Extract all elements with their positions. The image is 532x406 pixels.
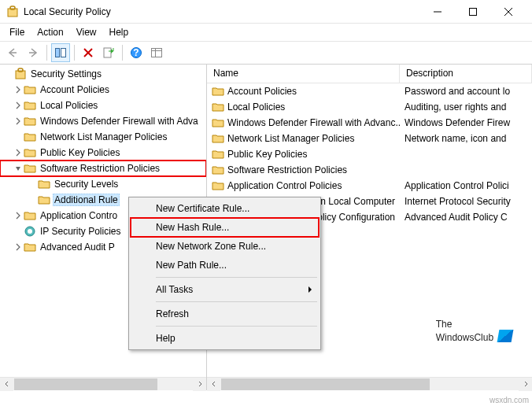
back-button[interactable]: [3, 43, 22, 62]
col-header-desc[interactable]: Description: [400, 65, 532, 83]
list-cell-name: Software Restriction Policies: [207, 164, 400, 176]
folder-icon: [24, 162, 36, 175]
tree-hscroll[interactable]: [0, 377, 206, 390]
list-cell-desc: Internet Protocol Security: [400, 196, 532, 207]
windowsclub-logo-icon: [497, 330, 514, 342]
expander-icon[interactable]: [27, 179, 38, 190]
export-button[interactable]: [99, 43, 118, 62]
expander-icon[interactable]: [13, 242, 24, 253]
tree-item[interactable]: Public Key Policies: [0, 145, 206, 161]
tree-item[interactable]: Software Restriction Policies: [0, 161, 206, 176]
help-button[interactable]: ?: [127, 43, 146, 62]
menubar: File Action View Help: [0, 24, 532, 41]
minimize-button[interactable]: [419, 0, 455, 23]
tree-item-label: Network List Manager Policies: [39, 131, 168, 143]
context-menu-label: New Path Rule...: [156, 260, 227, 271]
context-menu-item[interactable]: Help: [131, 329, 319, 348]
list-cell-desc: Auditing, user rights and: [400, 102, 532, 113]
expander-icon[interactable]: [13, 131, 24, 142]
folder-icon: [24, 115, 36, 127]
expander-icon[interactable]: [13, 116, 24, 127]
context-menu-item[interactable]: New Path Rule...: [131, 256, 319, 275]
app-icon: [6, 6, 19, 18]
tree-item-label: IP Security Policies: [39, 225, 123, 238]
context-menu-item[interactable]: All Tasks: [131, 280, 319, 299]
expander-icon[interactable]: [13, 210, 24, 221]
list-row[interactable]: Software Restriction Policies: [207, 162, 532, 178]
tree-item[interactable]: Network List Manager Policies: [0, 129, 206, 145]
svg-rect-15: [152, 49, 162, 57]
context-menu-separator: [156, 326, 317, 327]
scroll-right-button[interactable]: [519, 378, 532, 391]
context-menu-label: New Certificate Rule...: [156, 203, 249, 214]
expander-icon[interactable]: [13, 100, 24, 111]
expander-icon[interactable]: [13, 147, 24, 158]
window-title: Local Security Policy: [24, 6, 419, 17]
svg-point-21: [28, 229, 32, 234]
ipsec-icon: [24, 225, 36, 238]
menu-action[interactable]: Action: [31, 25, 69, 39]
svg-rect-8: [56, 49, 60, 57]
scroll-thumb[interactable]: [221, 378, 430, 390]
list-row[interactable]: Application Control PoliciesApplication …: [207, 178, 532, 194]
scroll-left-button[interactable]: [0, 378, 13, 391]
context-menu-label: Refresh: [156, 308, 189, 319]
menu-help[interactable]: Help: [103, 25, 135, 39]
tree-item[interactable]: Windows Defender Firewall with Adva: [0, 113, 206, 129]
tree-item-label: Public Key Policies: [39, 146, 121, 159]
maximize-button[interactable]: [455, 0, 490, 23]
folder-icon: [212, 85, 224, 98]
forward-button[interactable]: [24, 43, 42, 62]
submenu-arrow-icon: [308, 286, 312, 293]
list-cell-name: Windows Defender Firewall with Advanc...: [207, 116, 400, 129]
context-menu-item[interactable]: New Network Zone Rule...: [131, 237, 319, 256]
menu-file[interactable]: File: [3, 25, 31, 39]
list-row[interactable]: Network List Manager PoliciesNetwork nam…: [207, 131, 532, 146]
tree-item-label: Application Contro: [39, 209, 119, 222]
expander-icon[interactable]: [13, 84, 24, 95]
folder-icon: [24, 99, 36, 112]
expander-icon[interactable]: [3, 68, 14, 79]
scroll-right-button[interactable]: [193, 378, 206, 391]
folder-icon: [38, 178, 50, 190]
close-button[interactable]: [490, 0, 526, 23]
svg-text:?: ?: [133, 47, 139, 58]
list-header: Name Description: [207, 65, 532, 83]
tree-item-label: Additional Rule: [53, 194, 120, 206]
tree-item-label: Windows Defender Firewall with Adva: [39, 115, 200, 127]
tree-item[interactable]: Account Policies: [0, 82, 206, 98]
folder-icon: [24, 131, 36, 143]
folder-icon: [212, 101, 224, 113]
tree-root[interactable]: Security Settings: [0, 66, 206, 82]
properties-button[interactable]: [147, 43, 166, 62]
context-menu-label: New Network Zone Rule...: [156, 241, 266, 252]
context-menu-item[interactable]: Refresh: [131, 304, 319, 323]
tree-item-label: Advanced Audit P: [39, 241, 116, 253]
tree-item-label: Account Policies: [39, 83, 111, 96]
list-row[interactable]: Local PoliciesAuditing, user rights and: [207, 99, 532, 115]
scroll-left-button[interactable]: [207, 378, 220, 391]
context-menu-item[interactable]: New Hash Rule...: [131, 218, 319, 237]
list-hscroll[interactable]: [207, 377, 532, 390]
context-menu-item[interactable]: New Certificate Rule...: [131, 199, 319, 218]
col-header-name[interactable]: Name: [207, 65, 400, 83]
tree-item[interactable]: Security Levels: [0, 176, 206, 192]
tree-item[interactable]: Local Policies: [0, 98, 206, 113]
expander-icon[interactable]: [13, 163, 24, 174]
tree-root-label: Security Settings: [29, 68, 103, 80]
svg-rect-9: [61, 49, 66, 57]
expander-icon[interactable]: [13, 226, 24, 237]
list-row[interactable]: Account PoliciesPassword and account lo: [207, 83, 532, 99]
list-row[interactable]: Public Key Policies: [207, 146, 532, 162]
context-menu: New Certificate Rule...New Hash Rule...N…: [128, 197, 321, 350]
show-hide-tree-button[interactable]: [51, 43, 70, 62]
folder-icon: [212, 164, 224, 176]
scroll-thumb[interactable]: [14, 378, 157, 390]
context-menu-label: Help: [156, 333, 175, 344]
list-cell-desc: Network name, icon and: [400, 133, 532, 144]
folder-icon: [24, 83, 36, 96]
expander-icon[interactable]: [27, 194, 38, 205]
delete-button[interactable]: [79, 43, 98, 62]
menu-view[interactable]: View: [70, 25, 103, 39]
list-row[interactable]: Windows Defender Firewall with Advanc...…: [207, 115, 532, 131]
